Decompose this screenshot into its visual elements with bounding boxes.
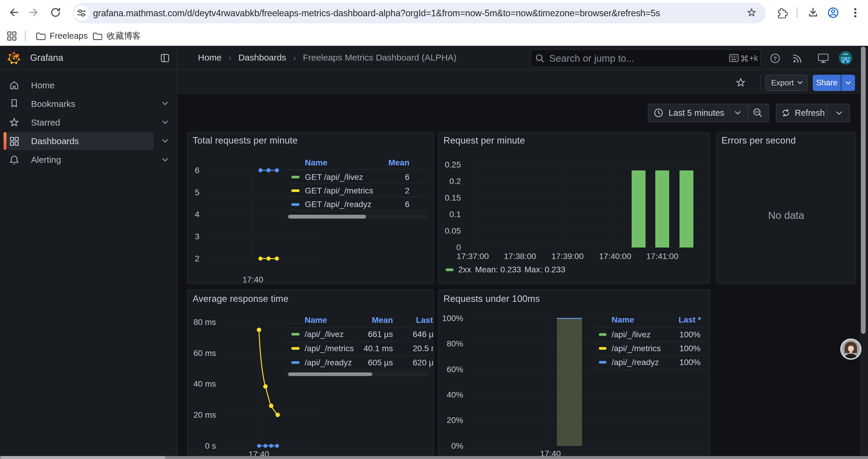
svg-text:80 ms: 80 ms <box>193 318 216 327</box>
svg-text:0.1: 0.1 <box>450 210 461 219</box>
svg-text:0.2: 0.2 <box>450 177 461 186</box>
svg-text:0.15: 0.15 <box>445 193 461 202</box>
svg-text:17:40:00: 17:40:00 <box>599 252 631 261</box>
svg-text:0 s: 0 s <box>205 441 216 451</box>
svg-text:20 ms: 20 ms <box>193 410 216 419</box>
svg-text:17:41:00: 17:41:00 <box>646 252 679 261</box>
svg-text:2: 2 <box>195 254 199 263</box>
svg-text:17:40: 17:40 <box>243 275 263 284</box>
svg-text:40 ms: 40 ms <box>193 379 216 388</box>
svg-text:17:39:00: 17:39:00 <box>552 252 584 261</box>
svg-text:17:38:00: 17:38:00 <box>504 252 536 261</box>
svg-text:0.25: 0.25 <box>445 160 461 169</box>
svg-text:3: 3 <box>195 232 199 241</box>
svg-text:6: 6 <box>195 166 199 175</box>
svg-text:60%: 60% <box>447 365 463 374</box>
svg-text:0.05: 0.05 <box>445 226 461 235</box>
svg-text:0: 0 <box>456 243 461 252</box>
svg-text:5: 5 <box>195 188 199 197</box>
svg-text:80%: 80% <box>447 339 463 348</box>
svg-text:?: ? <box>773 56 777 62</box>
svg-text:0%: 0% <box>452 441 463 451</box>
svg-text:100%: 100% <box>442 314 463 323</box>
svg-text:20%: 20% <box>447 416 463 425</box>
svg-text:60 ms: 60 ms <box>193 349 216 358</box>
svg-text:17:37:00: 17:37:00 <box>457 252 489 261</box>
svg-text:40%: 40% <box>447 390 463 399</box>
svg-text:4: 4 <box>195 210 199 219</box>
